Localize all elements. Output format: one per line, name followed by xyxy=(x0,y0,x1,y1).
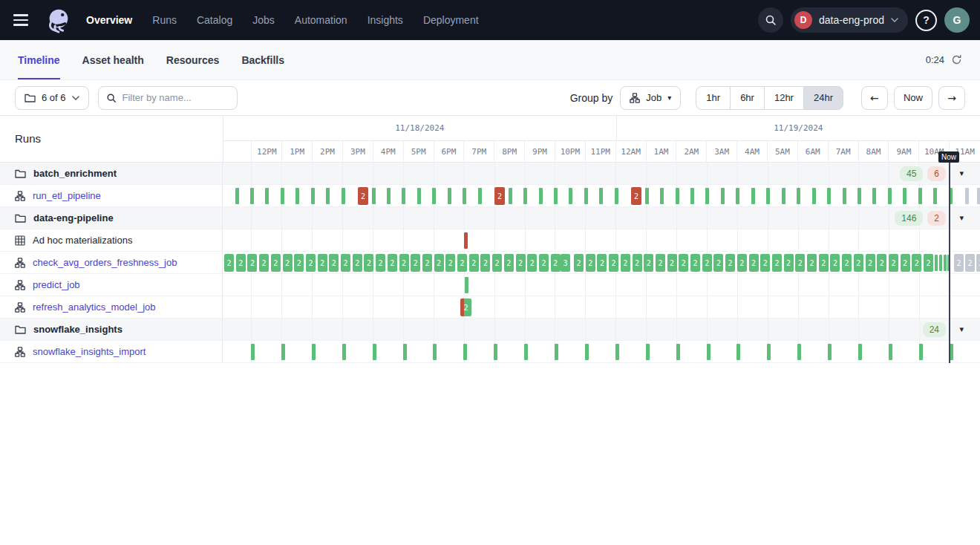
range-12hr[interactable]: 12hr xyxy=(764,86,804,110)
run-marker[interactable] xyxy=(523,188,527,204)
repo-filter-button[interactable]: 6 of 6 xyxy=(15,86,89,110)
run-marker[interactable]: 2 xyxy=(842,254,852,272)
filter-by-name-input[interactable] xyxy=(98,86,238,110)
run-marker[interactable] xyxy=(707,344,710,360)
run-marker[interactable]: 2 xyxy=(527,254,537,272)
run-marker[interactable] xyxy=(767,344,771,360)
run-marker[interactable] xyxy=(690,188,694,204)
run-marker[interactable] xyxy=(615,188,618,204)
now-button[interactable]: Now xyxy=(894,86,932,110)
run-marker[interactable]: 2 xyxy=(965,254,975,272)
run-marker[interactable]: 2 xyxy=(259,254,269,272)
run-marker[interactable]: 2 xyxy=(819,254,829,272)
run-marker[interactable] xyxy=(342,344,346,360)
run-marker[interactable] xyxy=(919,344,923,360)
run-marker[interactable]: 2 xyxy=(460,298,471,316)
run-marker[interactable]: 2 xyxy=(236,254,246,272)
run-marker[interactable] xyxy=(646,344,650,360)
run-marker[interactable] xyxy=(494,344,497,360)
run-marker[interactable] xyxy=(463,188,466,204)
run-marker[interactable] xyxy=(676,344,680,360)
run-marker[interactable] xyxy=(465,277,468,293)
run-marker[interactable] xyxy=(858,344,862,360)
tab-timeline[interactable]: Timeline xyxy=(18,40,60,79)
tab-backfills[interactable]: Backfills xyxy=(241,40,284,79)
run-marker[interactable] xyxy=(250,188,254,204)
run-marker[interactable]: 2 xyxy=(877,254,886,272)
run-marker[interactable] xyxy=(615,344,619,360)
refresh-icon[interactable] xyxy=(951,54,962,65)
search-button[interactable] xyxy=(758,7,783,33)
run-marker[interactable] xyxy=(933,188,937,204)
run-marker[interactable] xyxy=(251,344,255,360)
page-left-button[interactable]: ← xyxy=(861,86,888,110)
run-marker[interactable]: 2 xyxy=(749,254,759,272)
run-marker[interactable]: 2 xyxy=(912,254,921,272)
run-marker[interactable]: 2 xyxy=(422,254,432,272)
row-label-text[interactable]: predict_job xyxy=(33,279,80,290)
run-marker[interactable]: 2 xyxy=(494,187,505,205)
run-marker[interactable] xyxy=(660,188,664,204)
run-marker[interactable]: 2 xyxy=(492,254,502,272)
run-marker[interactable] xyxy=(312,344,316,360)
help-button[interactable]: ? xyxy=(915,10,937,31)
run-marker[interactable] xyxy=(903,188,906,204)
run-marker[interactable]: 2 xyxy=(539,254,549,272)
dagster-logo-icon[interactable] xyxy=(45,6,73,34)
run-marker[interactable]: 2 xyxy=(445,254,455,272)
run-marker[interactable]: 2 xyxy=(457,254,467,272)
nav-item-deployment[interactable]: Deployment xyxy=(423,14,479,26)
page-right-button[interactable]: → xyxy=(938,86,965,110)
run-marker[interactable]: 2 xyxy=(854,254,863,272)
row-label-text[interactable]: Ad hoc materializations xyxy=(33,235,132,246)
run-marker[interactable] xyxy=(965,188,969,204)
run-marker[interactable]: 2 xyxy=(399,254,409,272)
nav-item-runs[interactable]: Runs xyxy=(152,14,177,26)
run-marker[interactable]: 2 xyxy=(889,254,898,272)
run-marker[interactable]: 2 xyxy=(306,254,316,272)
run-marker[interactable]: 2 xyxy=(830,254,840,272)
run-marker[interactable]: 2 xyxy=(702,254,712,272)
run-marker[interactable]: 2 xyxy=(469,254,479,272)
run-marker[interactable]: 2 xyxy=(795,254,805,272)
run-marker[interactable]: 2 xyxy=(901,254,910,272)
run-marker[interactable] xyxy=(751,188,755,204)
run-marker[interactable]: 2 xyxy=(224,254,234,272)
run-marker[interactable]: 2 xyxy=(516,254,526,272)
run-marker[interactable] xyxy=(705,188,709,204)
collapse-caret-icon[interactable]: ▾ xyxy=(959,324,964,335)
run-marker[interactable] xyxy=(827,188,831,204)
run-marker[interactable] xyxy=(889,344,892,360)
run-marker[interactable]: 2 xyxy=(690,254,700,272)
run-marker[interactable] xyxy=(326,188,330,204)
range-6hr[interactable]: 6hr xyxy=(730,86,765,110)
run-marker[interactable] xyxy=(797,188,800,204)
run-marker[interactable]: 2 xyxy=(772,254,782,272)
run-marker[interactable] xyxy=(645,188,649,204)
run-marker[interactable]: 2 xyxy=(954,254,964,272)
run-marker[interactable] xyxy=(944,255,947,271)
run-marker[interactable] xyxy=(464,232,468,249)
run-marker[interactable]: 2 xyxy=(609,254,618,272)
run-marker[interactable]: 2 xyxy=(807,254,817,272)
row-label-text[interactable]: check_avg_orders_freshness_job xyxy=(33,257,177,268)
run-marker[interactable]: 2 xyxy=(644,254,653,272)
run-marker[interactable] xyxy=(524,344,528,360)
run-marker[interactable] xyxy=(736,344,740,360)
workspace-switcher[interactable]: D data-eng-prod xyxy=(791,7,908,33)
run-marker[interactable] xyxy=(766,188,770,204)
run-marker[interactable] xyxy=(509,188,512,204)
run-marker[interactable] xyxy=(402,188,405,204)
run-marker[interactable] xyxy=(342,188,345,204)
run-marker[interactable] xyxy=(295,188,299,204)
group-by-select[interactable]: Job ▾ xyxy=(620,86,681,110)
run-marker[interactable] xyxy=(812,188,816,204)
run-marker[interactable] xyxy=(872,188,876,204)
nav-item-automation[interactable]: Automation xyxy=(295,14,347,26)
run-marker[interactable] xyxy=(554,188,558,204)
run-marker[interactable]: 2 xyxy=(364,254,373,272)
run-marker[interactable] xyxy=(403,344,407,360)
run-marker[interactable] xyxy=(585,344,589,360)
tab-asset-health[interactable]: Asset health xyxy=(82,40,144,79)
run-marker[interactable]: 2 xyxy=(633,254,642,272)
